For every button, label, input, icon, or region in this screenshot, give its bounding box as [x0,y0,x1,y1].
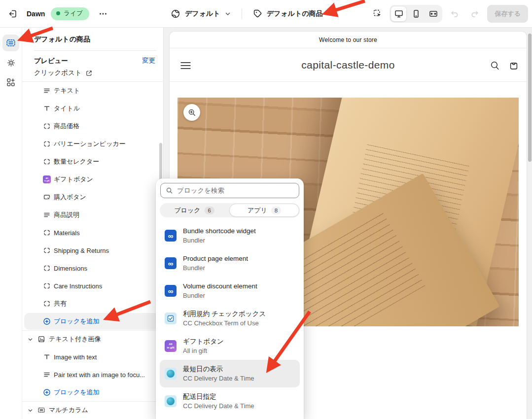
popup-item-bundle-shortcode[interactable]: ∞ Bundle shortcode widget Bundler [160,222,300,249]
popup-item-delivery-date[interactable]: 配送日指定 CC Delivery Date & Time [160,387,300,415]
sidebar-item-label: 数量セレクター [54,157,99,166]
sidebar-item-buy-button[interactable]: 購入ボタン [22,188,163,206]
redo-button[interactable] [467,6,483,22]
sidebar-divider [34,50,156,51]
sidebar-item-shipping-returns[interactable]: Shipping & Returns [22,242,163,259]
gift-icon: Allin gift [165,340,177,352]
cart-button[interactable] [505,57,523,74]
theme-style-selector[interactable]: デフォルト [167,6,235,22]
sidebar-item-label: タイトル [54,104,80,113]
live-badge-label: ライブ [64,9,82,18]
save-button[interactable]: 保存する [487,5,528,23]
popup-item-product-page-element[interactable]: ∞ Product page element Bundler [160,249,300,277]
block-search-field[interactable] [160,183,299,198]
sidebar-item-pair-text[interactable]: Pair text with an image to focu... [22,366,163,384]
popup-item-title: Bundle shortcode widget [183,226,256,236]
device-desktop-button[interactable] [390,6,407,22]
popup-item-gift-button[interactable]: Allin gift ギフトボタン All in gift [160,332,300,360]
rail-sections-button[interactable] [2,35,19,51]
bundler-icon: ∞ [165,285,177,297]
block-search-input[interactable] [177,187,294,194]
popup-item-terms-checkbox[interactable]: 利用規約 チェックボックス CC Checkbox Term of Use [160,305,300,332]
sidebar-item-label: Care Instructions [54,282,102,290]
sidebar-item-add-block-1[interactable]: ブロックを追加 [22,313,163,330]
store-search-button[interactable] [486,57,504,74]
tab-apps-count: 8 [271,207,281,214]
sidebar-item-dimensions[interactable]: Dimensions [22,259,163,277]
exit-editor-button[interactable] [5,6,21,22]
inspect-icon [373,9,382,18]
theme-name: Dawn [27,10,45,18]
gift-app-icon: Allin gift [42,175,51,184]
external-link-icon[interactable] [85,70,93,77]
search-icon [166,187,173,194]
sidebar-item-care-instructions[interactable]: Care Instructions [22,277,163,295]
tab-apps[interactable]: アプリ 8 [229,204,299,217]
rail-settings-button[interactable] [2,54,19,71]
text-icon [42,370,51,379]
sidebar-item-multicolumn-section[interactable]: マルチカラム [22,401,163,419]
device-mobile-button[interactable] [408,6,424,22]
topbar: Dawn ライブ デフォルト デフォルトの商品 [0,0,532,28]
topbar-center: デフォルト デフォルトの商品 [167,0,337,27]
sidebar-item-label: バリエーションピッカー [54,140,126,148]
inspect-button[interactable] [369,6,385,22]
delivery-icon [165,368,177,380]
popup-item-subtitle: All in gift [183,347,224,355]
sidebar-item-label: Materials [54,229,80,237]
preview-label: プレビュー [34,57,68,66]
popup-item-subtitle: CC Delivery Date & Time [183,402,254,411]
rail-apps-button[interactable] [2,74,19,91]
preview-scrollbar[interactable] [528,34,532,162]
gift-app-icon: Allin gift [165,340,177,352]
more-horizontal-icon [99,9,107,18]
brackets-icon [42,246,51,255]
popup-item-title: Volume discount element [183,281,257,291]
fullwidth-icon [428,9,438,19]
sidebar-item-product-price[interactable]: 商品価格 [22,117,163,135]
delivery-icon [165,395,177,407]
sidebar-item-image-with-text[interactable]: Image with text [22,348,163,366]
template-selector[interactable]: デフォルトの商品 [249,6,337,21]
sidebar-item-add-block-2[interactable]: ブロックを追加 [22,384,163,401]
theme-style-icon [171,9,180,19]
sidebar-item-label: テキスト付き画像 [49,335,101,344]
sidebar-item-variant-picker[interactable]: バリエーションピッカー [22,135,163,153]
topbar-left: Dawn ライブ [5,0,111,27]
tab-blocks[interactable]: ブロック 6 [160,203,229,217]
popup-item-earliest-date[interactable]: 最短日の表示 CC Delivery Date & Time [160,360,300,387]
sidebar-item-share[interactable]: 共有 [22,295,163,313]
bundler-icon: ∞ [165,230,177,242]
live-dot-icon [56,11,60,15]
image-zoom-button[interactable] [183,104,200,121]
sidebar-item-quantity-selector[interactable]: 数量セレクター [22,153,163,171]
delivery-clock-icon [165,395,177,407]
redo-icon [470,9,480,19]
sidebar-item-label: Shipping & Returns [54,247,109,254]
brackets-icon [42,157,51,166]
block-picker-popup: ブロック 6 アプリ 8 ∞ Bundle shortcode widget B… [156,178,304,419]
checkbox-icon [165,313,177,324]
template-selector-label: デフォルトの商品 [267,9,323,18]
sidebar-title: デフォルトの商品 [34,35,90,44]
popup-item-subtitle: Bundler [183,236,256,245]
sidebar-item-gift-button[interactable]: Allin gift ギフトボタン [22,171,163,188]
sidebar-item-label: ギフトボタン [54,175,93,184]
more-actions-button[interactable] [95,6,111,22]
gift-app-icon: Allin gift [43,175,51,183]
sidebar-item-product-description[interactable]: 商品説明 [22,206,163,224]
undo-button[interactable] [447,6,462,22]
preview-value-text: クリックポスト [34,69,82,77]
sidebar-item-image-with-text-section[interactable]: テキスト付き画像 [22,330,163,348]
popup-item-volume-discount[interactable]: ∞ Volume discount element Bundler [160,277,300,305]
sidebar-item-text[interactable]: テキスト [22,82,163,100]
sidebar-item-materials[interactable]: Materials [22,224,163,242]
brackets-icon [42,228,51,237]
store-title[interactable]: capital-castle-demo [170,59,527,71]
change-link[interactable]: 変更 [142,56,155,65]
text-icon [42,86,51,95]
sidebar-item-title[interactable]: タイトル [22,100,163,117]
popup-item-title: 最短日の表示 [183,364,254,374]
bundler-icon: ∞ [165,257,177,269]
device-fullwidth-button[interactable] [425,6,441,22]
